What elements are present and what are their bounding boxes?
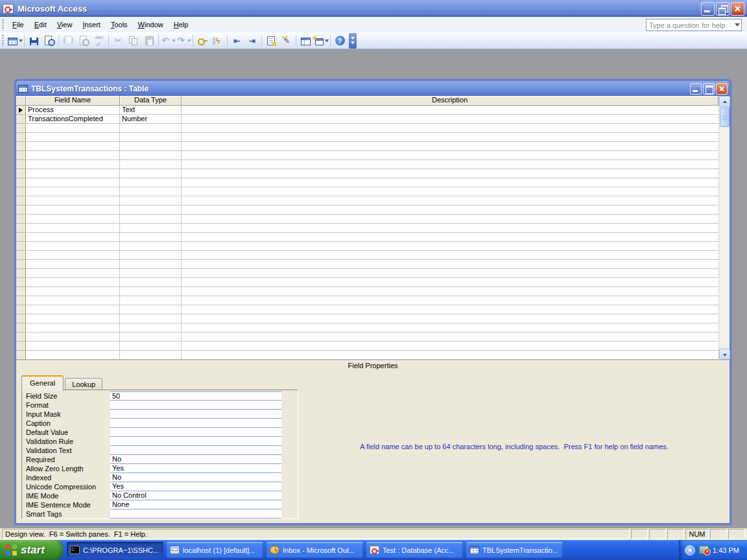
property-value-field[interactable] [110, 401, 281, 410]
scroll-track[interactable] [719, 128, 729, 349]
field-name-cell[interactable] [26, 260, 120, 269]
scroll-down-button[interactable] [719, 349, 730, 360]
field-name-cell[interactable] [26, 205, 120, 215]
description-cell[interactable] [182, 314, 718, 323]
description-cell[interactable] [182, 151, 718, 160]
property-value-field[interactable]: Yes [110, 464, 281, 473]
task-button[interactable]: C:\PROGRA~1\SSHC... [67, 542, 163, 558]
field-name-cell[interactable] [26, 142, 120, 151]
row-selector[interactable] [16, 260, 26, 269]
data-type-cell[interactable] [120, 187, 182, 196]
description-cell[interactable] [182, 196, 718, 205]
data-type-cell[interactable]: Text [120, 106, 182, 115]
row-selector[interactable] [16, 287, 26, 296]
row-selector[interactable] [16, 151, 26, 160]
data-type-cell[interactable] [120, 169, 182, 178]
data-type-cell[interactable] [120, 260, 182, 269]
toolbar-grip[interactable] [2, 35, 4, 46]
field-name-cell[interactable] [26, 278, 120, 287]
description-cell[interactable] [182, 178, 718, 187]
data-type-cell[interactable] [120, 342, 182, 351]
minimize-button[interactable] [701, 2, 715, 16]
row-selector[interactable] [16, 133, 26, 142]
row-selector[interactable] [16, 251, 26, 260]
field-name-cell[interactable] [26, 151, 120, 160]
data-type-cell[interactable] [120, 196, 182, 205]
scroll-thumb[interactable] [720, 108, 729, 127]
tab-lookup[interactable]: Lookup [65, 378, 102, 391]
field-name-cell[interactable] [26, 251, 120, 260]
field-name-cell[interactable] [26, 233, 120, 242]
field-name-cell[interactable] [26, 323, 120, 332]
document-title-bar[interactable]: TBLSystemTransactions : Table [16, 81, 729, 96]
data-type-cell[interactable] [120, 160, 182, 169]
property-value-field[interactable]: No Control [110, 491, 281, 500]
description-cell[interactable] [182, 106, 718, 115]
menu-file[interactable]: File [7, 18, 29, 31]
task-button[interactable]: Inbox - Microsoft Out... [267, 542, 363, 558]
task-button[interactable]: localhost (1) [default]... [167, 542, 263, 558]
data-type-cell[interactable] [120, 323, 182, 332]
field-name-cell[interactable] [26, 224, 120, 233]
view-datasheet-button[interactable] [7, 34, 23, 48]
property-value-field[interactable] [110, 446, 281, 455]
description-cell[interactable] [182, 142, 718, 151]
row-selector[interactable] [16, 142, 26, 151]
property-value-field[interactable] [110, 509, 281, 519]
row-selector[interactable] [16, 314, 26, 323]
data-type-cell[interactable] [120, 278, 182, 287]
row-selector[interactable] [16, 269, 26, 278]
help-button[interactable] [332, 34, 348, 48]
toolbar-options-button[interactable] [349, 33, 357, 49]
data-type-cell[interactable] [120, 205, 182, 215]
close-button[interactable] [731, 2, 744, 16]
data-type-cell[interactable] [120, 215, 182, 224]
field-name-cell[interactable]: TransactionsCompleted [26, 115, 120, 124]
field-name-cell[interactable] [26, 305, 120, 314]
row-selector[interactable] [16, 233, 26, 242]
data-type-cell[interactable] [120, 124, 182, 133]
field-name-cell[interactable]: Process [26, 106, 120, 115]
description-cell[interactable] [182, 351, 718, 360]
task-button[interactable]: Test : Database (Acc... [366, 542, 463, 558]
row-selector[interactable] [16, 178, 26, 187]
field-name-cell[interactable] [26, 124, 120, 133]
data-type-cell[interactable] [120, 224, 182, 233]
database-window-button[interactable] [298, 34, 313, 48]
menu-tools[interactable]: Tools [106, 18, 133, 31]
description-cell[interactable] [182, 215, 718, 224]
description-cell[interactable] [182, 115, 718, 124]
properties-button[interactable] [263, 34, 279, 48]
field-name-cell[interactable] [26, 287, 120, 296]
data-type-cell[interactable] [120, 242, 182, 251]
row-selector[interactable] [16, 169, 26, 178]
data-type-cell[interactable] [120, 314, 182, 323]
hide-icons-chevron-icon[interactable] [685, 545, 695, 555]
task-button[interactable]: TBLSystemTransactio... [466, 542, 563, 558]
data-type-cell[interactable] [120, 332, 182, 342]
row-selector[interactable] [16, 342, 26, 351]
field-name-cell[interactable] [26, 242, 120, 251]
start-button[interactable]: start [0, 540, 64, 560]
field-name-cell[interactable] [26, 342, 120, 351]
field-name-cell[interactable] [26, 296, 120, 305]
property-value-field[interactable] [110, 437, 281, 446]
data-type-cell[interactable] [120, 233, 182, 242]
data-type-cell[interactable] [120, 287, 182, 296]
file-search-button[interactable] [42, 34, 57, 48]
save-button[interactable] [26, 34, 42, 48]
row-selector[interactable] [16, 124, 26, 133]
field-name-cell[interactable] [26, 351, 120, 360]
field-name-cell[interactable] [26, 169, 120, 178]
new-object-button[interactable] [313, 34, 329, 48]
row-selector[interactable] [16, 160, 26, 169]
data-type-cell[interactable] [120, 178, 182, 187]
property-value-field[interactable]: No [110, 473, 281, 482]
data-type-cell[interactable]: Number [120, 115, 182, 124]
data-type-cell[interactable] [120, 269, 182, 278]
doc-maximize-button[interactable] [703, 83, 715, 95]
row-selector[interactable] [16, 187, 26, 196]
description-cell[interactable] [182, 323, 718, 332]
data-type-cell[interactable] [120, 296, 182, 305]
field-name-cell[interactable] [26, 133, 120, 142]
